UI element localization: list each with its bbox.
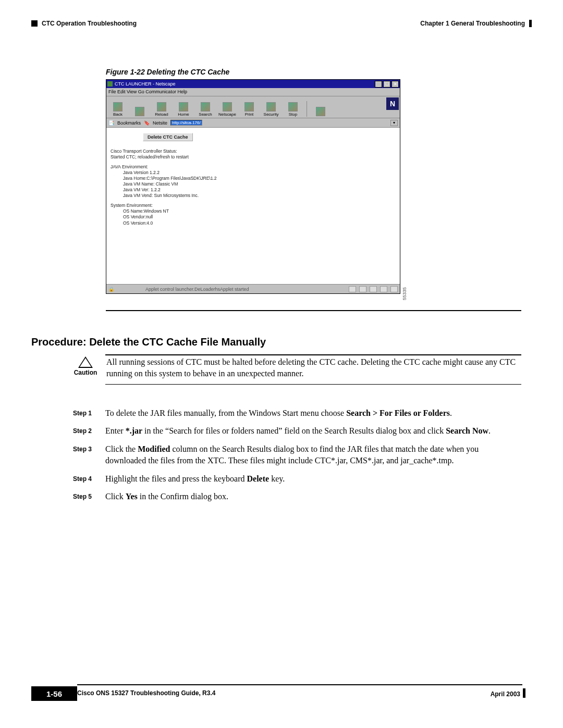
maximize-button[interactable]: ☐ [383, 81, 390, 88]
status-icon [359, 286, 366, 292]
step-text: To delete the JAR files manually, from t… [105, 408, 521, 419]
caution-label: Caution [74, 369, 97, 376]
java-line: Java Home:C:\Program Files\JavaSDK\JRE\1… [111, 176, 217, 181]
status-message: Applet control launcher.DeLoaderhsApplet… [145, 287, 249, 292]
header-left: CTC Operation Troubleshooting [31, 20, 137, 27]
url-field[interactable]: http://sltca-176/ [170, 120, 202, 126]
bar-icon [529, 20, 532, 27]
step-label: Step 1 [73, 408, 105, 419]
step-row: Step 4Highlight the files and press the … [73, 473, 521, 485]
page-header: CTC Operation Troubleshooting Chapter 1 … [31, 20, 532, 27]
tb-search[interactable]: Search [196, 102, 215, 117]
square-icon [31, 20, 38, 27]
toolbar-separator [307, 101, 307, 117]
figure-id-label: 55335 [402, 287, 407, 300]
chapter-title: Chapter 1 General Troubleshooting [420, 20, 525, 27]
sys-line: OS Vendor:null [111, 214, 217, 220]
expand-icon[interactable]: ▾ [390, 120, 398, 126]
footer-title: Cisco ONS 15327 Troubleshooting Guide, R… [77, 689, 215, 697]
step-row: Step 1To delete the JAR files manually, … [73, 408, 521, 419]
footer-date: April 2003 [491, 690, 520, 698]
step-text: Click the Modified column on the Search … [105, 443, 521, 467]
window-title: CTC LAUNCHER - Netscape [115, 81, 176, 87]
step-label: Step 2 [73, 425, 105, 437]
java-line: Java VM Name: Classic VM [111, 181, 217, 187]
status-icons [349, 286, 398, 292]
tb-back[interactable]: Back [108, 102, 127, 117]
step-label: Step 3 [73, 443, 105, 467]
step-row: Step 3Click the Modified column on the S… [73, 443, 521, 467]
close-button[interactable]: ✕ [391, 81, 399, 88]
tb-print[interactable]: Print [240, 102, 259, 117]
step-row: Step 5Click Yes in the Confirm dialog bo… [73, 491, 521, 502]
window-controls: _ ☐ ✕ [375, 81, 399, 88]
browser-window: CTC LAUNCHER - Netscape _ ☐ ✕ File Edit … [106, 79, 400, 294]
step-text: Highlight the files and press the keyboa… [105, 473, 521, 485]
status-icon [380, 286, 387, 292]
status-line: Started CTC; reloaded/refresh to restart [111, 154, 217, 160]
lock-icon: 🔒 [108, 287, 114, 292]
toolbar: Back Reload Home Search Netscape Print S… [106, 96, 400, 118]
rule [105, 384, 521, 385]
content-area: Delete CTC Cache Cisco Transport Control… [106, 128, 400, 285]
step-text: Enter *.jar in the “Search for files or … [105, 425, 521, 437]
divider [106, 310, 521, 311]
caution-block: Caution All running sessions of CTC must… [73, 354, 521, 385]
footer-bar-icon [523, 688, 525, 698]
java-heading: JAVA Environment: [111, 164, 217, 170]
status-icon [390, 286, 398, 292]
step-label: Step 4 [73, 473, 105, 485]
sys-heading: System Environment: [111, 203, 217, 208]
caution-icon [78, 356, 93, 368]
caution-text: All running sessions of CTC must be halt… [106, 356, 521, 379]
page-number: 1-56 [31, 686, 77, 701]
netscape-logo-icon: N [386, 97, 399, 110]
figure-caption: Figure 1-22 Deleting the CTC Cache [106, 68, 229, 76]
delete-ctc-cache-button[interactable]: Delete CTC Cache [143, 133, 193, 141]
step-row: Step 2Enter *.jar in the “Search for fil… [73, 425, 521, 437]
menu-items[interactable]: File Edit View Go Communicator Help [108, 89, 187, 94]
bookmarks-label[interactable]: Bookmarks [117, 120, 141, 126]
titlebar: CTC LAUNCHER - Netscape _ ☐ ✕ [106, 80, 400, 88]
tb-extra[interactable] [311, 107, 330, 117]
menubar[interactable]: File Edit View Go Communicator Help [106, 88, 400, 96]
tb-forward[interactable] [130, 107, 149, 117]
footer-rule [77, 684, 522, 685]
statusbar: 🔒 Applet control launcher.DeLoaderhsAppl… [106, 284, 400, 293]
java-line: Java VM Ver: 1.2.2 [111, 187, 217, 193]
java-line: Java VM Vend: Sun Microsystems Inc. [111, 193, 217, 199]
step-label: Step 5 [73, 491, 105, 502]
status-heading: Cisco Transport Controller Status: [111, 149, 217, 154]
tb-security[interactable]: Security [262, 102, 280, 117]
netsite-label: Netsite [153, 120, 167, 126]
rule [105, 354, 521, 355]
tb-home[interactable]: Home [174, 102, 193, 117]
procedure-heading: Procedure: Delete the CTC Cache File Man… [31, 336, 266, 348]
tb-reload[interactable]: Reload [152, 102, 171, 117]
bookmarks-icon[interactable]: 📑 [108, 120, 114, 126]
step-text: Click Yes in the Confirm dialog box. [105, 491, 521, 502]
status-icon [370, 286, 377, 292]
tb-stop[interactable]: Stop [284, 102, 302, 117]
java-line: Java Version 1.2.2 [111, 170, 217, 176]
netsite-icon: 🔖 [144, 120, 150, 126]
tb-netscape[interactable]: Netscape [218, 102, 237, 117]
sys-line: OS Name:Windows NT [111, 208, 217, 214]
minimize-button[interactable]: _ [375, 81, 382, 88]
header-right: Chapter 1 General Troubleshooting [420, 20, 532, 27]
location-bar: 📑 Bookmarks 🔖 Netsite http://sltca-176/ … [106, 118, 400, 128]
status-text: Cisco Transport Controller Status: Start… [111, 149, 217, 230]
steps-list: Step 1To delete the JAR files manually, … [73, 408, 521, 509]
status-icon [349, 286, 356, 292]
section-title: CTC Operation Troubleshooting [42, 20, 137, 27]
sys-line: OS Version:4.0 [111, 220, 217, 226]
app-icon [107, 81, 113, 87]
